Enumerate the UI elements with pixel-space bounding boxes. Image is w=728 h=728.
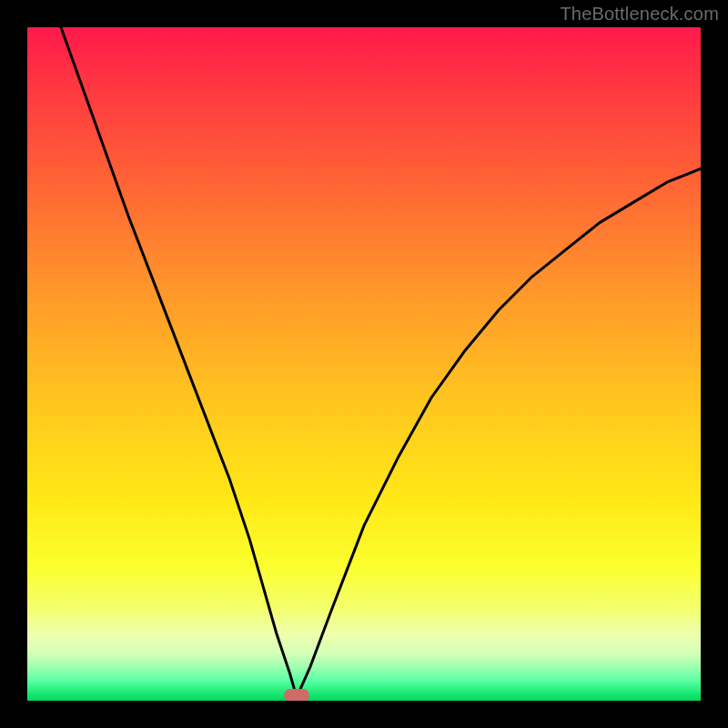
bottleneck-curve bbox=[27, 27, 701, 701]
watermark-text: TheBottleneck.com bbox=[560, 4, 719, 25]
chart-frame: TheBottleneck.com bbox=[0, 0, 728, 728]
plot-area bbox=[27, 27, 701, 701]
optimal-point-marker bbox=[284, 689, 309, 701]
